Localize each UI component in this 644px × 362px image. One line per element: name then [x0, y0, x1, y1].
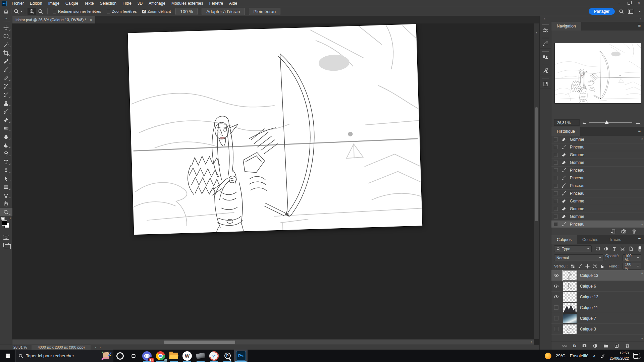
clone-stamp-tool-button[interactable]	[0, 99, 12, 107]
scroll-down-icon[interactable]: ∨	[641, 337, 643, 340]
lock-all-icon[interactable]	[600, 264, 604, 268]
weather-temperature[interactable]: 29°C	[556, 353, 566, 358]
checkbox-box[interactable]	[107, 10, 110, 13]
taskbar-search[interactable]: ♡	[15, 350, 113, 362]
vertical-scroll-thumb[interactable]	[535, 107, 538, 221]
type-tool-button[interactable]	[0, 158, 12, 166]
filter-shape-layers-icon[interactable]	[620, 246, 625, 251]
tab-couches[interactable]: Couches	[577, 235, 603, 244]
layer-row[interactable]: Calque 6	[551, 281, 644, 292]
navigator-thumbnail[interactable]	[555, 43, 641, 103]
horizontal-scroll-thumb[interactable]	[164, 341, 235, 344]
scroll-up-icon[interactable]: ∧	[641, 137, 643, 140]
taskbar-wattpad-icon[interactable]: W	[180, 350, 194, 362]
search-input[interactable]	[26, 353, 99, 358]
foreground-color-swatch[interactable]	[2, 220, 7, 226]
screen-mode-button[interactable]	[3, 243, 9, 247]
weather-sun-icon[interactable]	[545, 353, 551, 359]
zoom-in-icon[interactable]	[635, 119, 641, 126]
horizontal-scrollbar[interactable]: ›	[12, 339, 534, 345]
crop-tool-button[interactable]	[0, 49, 12, 57]
libraries-panel-icon[interactable]	[540, 75, 551, 89]
zoom-in-mode-button[interactable]	[28, 8, 36, 15]
layer-thumbnail[interactable]	[563, 282, 577, 291]
history-step[interactable]: Gomme	[551, 151, 644, 159]
layer-thumbnail[interactable]	[563, 324, 577, 334]
layer-visibility-toggle[interactable]	[551, 324, 561, 334]
menu-item-fenetre[interactable]: Fenêtre	[206, 0, 226, 7]
menu-item-aide[interactable]: Aide	[226, 0, 240, 7]
vertical-scrollbar[interactable]: ∧	[534, 23, 539, 339]
resize-windows-checkbox[interactable]: Redimensionner fenêtres	[53, 9, 101, 13]
layer-name[interactable]: Calque 7	[580, 316, 596, 321]
tab-historique[interactable]: Historique	[551, 127, 580, 136]
scroll-down-icon[interactable]: ∨	[641, 223, 643, 226]
clone-source-panel-icon[interactable]	[540, 49, 551, 62]
link-layers-icon[interactable]	[562, 343, 567, 348]
pen-settings-icon[interactable]	[600, 353, 605, 359]
layer-filter-select[interactable]: Type	[554, 245, 592, 252]
layer-name[interactable]: Calque 6	[580, 284, 596, 289]
history-source-checkbox[interactable]	[554, 137, 558, 141]
marquee-tool-button[interactable]	[0, 32, 12, 40]
menu-item-edition[interactable]: Edition	[27, 0, 45, 7]
chevron-down-icon[interactable]	[20, 11, 22, 13]
chevron-down-icon[interactable]	[639, 11, 641, 13]
layer-visibility-toggle[interactable]	[551, 292, 561, 302]
taskbar-device-icon[interactable]	[194, 350, 207, 362]
filter-toggle[interactable]	[638, 246, 641, 252]
history-step[interactable]: Gomme	[551, 205, 644, 213]
taskbar-explorer-icon[interactable]	[167, 350, 180, 362]
quick-mask-button[interactable]	[3, 235, 9, 240]
history-step[interactable]: Gomme	[551, 159, 644, 167]
taskbar-chrome-icon[interactable]	[154, 350, 167, 362]
menu-item-3d[interactable]: 3D	[135, 0, 146, 7]
layer-visibility-toggle[interactable]	[551, 302, 561, 313]
menu-item-modules-externes[interactable]: Modules externes	[168, 0, 206, 7]
layer-thumbnail[interactable]	[563, 292, 577, 302]
menu-item-filtre[interactable]: Filtre	[119, 0, 135, 7]
history-source-checkbox[interactable]	[554, 215, 558, 219]
object-selection-tool-button[interactable]	[0, 40, 12, 49]
brush-tool-button[interactable]	[0, 65, 12, 74]
history-source-checkbox[interactable]	[554, 176, 558, 180]
zoom-slider-thumb[interactable]	[605, 120, 609, 124]
menu-item-calque[interactable]: Calque	[62, 0, 81, 7]
menu-item-texte[interactable]: Texte	[81, 0, 97, 7]
gradient-tool-button[interactable]	[0, 124, 12, 132]
task-view-button[interactable]	[127, 350, 140, 362]
status-zoom-level[interactable]: 26,31 %	[13, 345, 27, 349]
blur-tool-button[interactable]	[0, 132, 12, 141]
pencil-tool-button[interactable]	[0, 74, 12, 82]
path-selection-tool-button[interactable]	[0, 174, 12, 183]
smudge-tool-button[interactable]	[0, 141, 12, 149]
taskbar-photoshop-icon[interactable]: Ps	[234, 350, 248, 362]
taskbar-discord-icon[interactable]: 9+	[140, 350, 154, 362]
notification-center-icon[interactable]	[633, 353, 640, 359]
history-brush-tool-button[interactable]	[0, 82, 12, 90]
document-dimensions[interactable]: 4000 px x 2800 px (300 ppp)	[32, 345, 91, 350]
new-snapshot-icon[interactable]	[621, 229, 626, 234]
properties-panel-icon[interactable]	[540, 22, 551, 35]
tab-navigation[interactable]: Navigation	[551, 22, 581, 31]
zoom-windows-checkbox[interactable]: Zoom fenêtres	[107, 9, 137, 13]
history-step[interactable]: Pinceau	[551, 143, 644, 151]
history-source-checkbox[interactable]	[554, 145, 558, 149]
delete-layer-icon[interactable]	[625, 343, 630, 348]
tab-calques[interactable]: Calques	[551, 235, 577, 244]
default-colors-icon[interactable]	[1, 217, 5, 220]
toolbar-expand-icon[interactable]: »	[0, 16, 12, 21]
delete-state-icon[interactable]	[632, 229, 637, 234]
opacity-input[interactable]: 100 %	[623, 254, 641, 261]
lock-transparency-icon[interactable]	[571, 264, 575, 268]
taskbar-screenpresso-icon[interactable]: ✂	[207, 350, 221, 362]
layer-name[interactable]: Calque 13	[580, 273, 598, 278]
scroll-right-icon[interactable]: ›	[531, 340, 532, 344]
tab-close-icon[interactable]: ✕	[90, 18, 92, 22]
tray-overflow-icon[interactable]: ∧	[593, 354, 595, 358]
zoom-out-icon[interactable]	[582, 120, 587, 125]
home-icon[interactable]	[3, 9, 9, 14]
filter-adjustment-layers-icon[interactable]	[604, 246, 608, 251]
window-restore-button[interactable]	[624, 0, 634, 7]
share-button[interactable]: Partager	[589, 8, 615, 15]
